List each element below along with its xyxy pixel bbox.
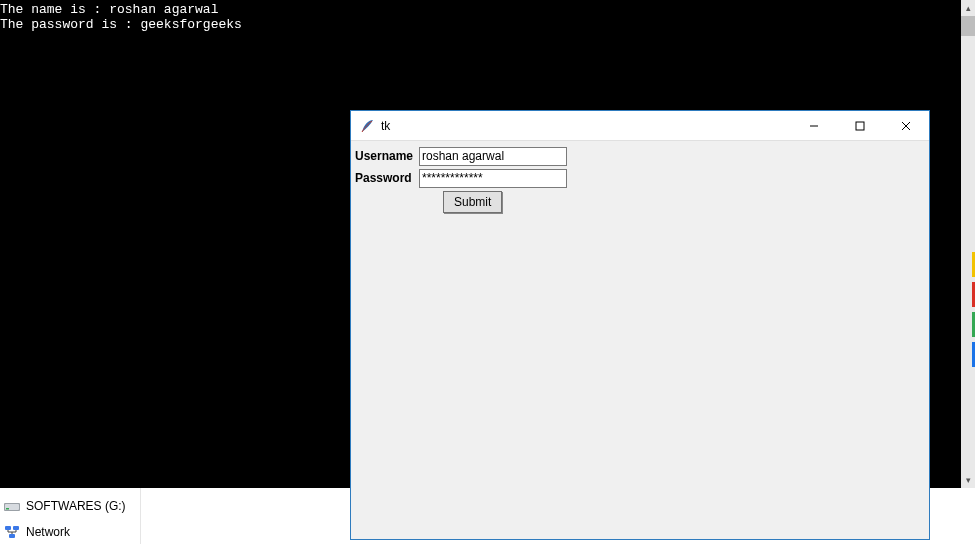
minimize-button[interactable] <box>791 111 837 141</box>
svg-rect-4 <box>13 526 19 530</box>
console-line: The password is : geeksforgeeks <box>0 17 242 32</box>
username-input[interactable] <box>419 147 567 166</box>
console-vertical-scrollbar[interactable]: ▴ ▾ <box>961 0 975 488</box>
console-line: The name is : roshan agarwal <box>0 2 218 17</box>
drive-icon <box>4 499 20 513</box>
tk-feather-icon <box>359 118 375 134</box>
svg-rect-5 <box>9 534 15 538</box>
window-title: tk <box>381 119 791 133</box>
svg-rect-3 <box>5 526 11 530</box>
explorer-pane-divider <box>140 488 141 544</box>
submit-button[interactable]: Submit <box>443 191 502 213</box>
password-label: Password <box>355 171 419 185</box>
username-label: Username <box>355 149 419 163</box>
scrollbar-thumb[interactable] <box>961 16 975 36</box>
tk-window: tk Username Password <box>350 110 930 540</box>
svg-rect-7 <box>856 122 864 130</box>
tk-titlebar[interactable]: tk <box>351 111 929 141</box>
svg-rect-2 <box>6 508 9 510</box>
scroll-up-arrow-icon[interactable]: ▴ <box>961 0 975 16</box>
explorer-item-label: SOFTWARES (G:) <box>26 499 126 513</box>
network-icon <box>4 525 20 539</box>
tk-client-area: Username Password Submit <box>351 141 929 539</box>
explorer-item-softwares-drive[interactable]: SOFTWARES (G:) <box>0 495 140 517</box>
close-button[interactable] <box>883 111 929 141</box>
explorer-item-network[interactable]: Network <box>0 521 140 543</box>
explorer-item-label: Network <box>26 525 70 539</box>
maximize-button[interactable] <box>837 111 883 141</box>
password-input[interactable] <box>419 169 567 188</box>
scroll-down-arrow-icon[interactable]: ▾ <box>961 472 975 488</box>
